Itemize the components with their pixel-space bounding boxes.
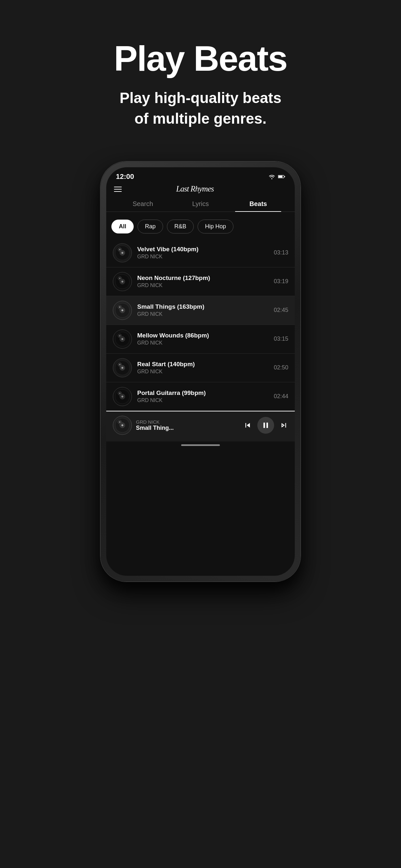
track-artist: GRD NICK <box>137 340 269 346</box>
svg-point-21 <box>119 306 120 308</box>
svg-point-39 <box>119 393 120 394</box>
tab-search[interactable]: Search <box>114 197 172 212</box>
now-playing-bar: GRD NICK Small Thing... <box>106 411 295 441</box>
track-duration: 03:19 <box>274 278 288 285</box>
time-display: 12:00 <box>116 173 134 181</box>
battery-icon <box>278 175 285 179</box>
svg-point-13 <box>121 281 123 283</box>
track-artist: GRD NICK <box>137 254 269 259</box>
track-artist: GRD NICK <box>137 311 269 317</box>
tabs-nav: Search Lyrics Beats <box>106 197 295 212</box>
app-logo: Last Rhymes <box>175 182 226 197</box>
track-list: Velvet Vibe (140bpm) GRD NICK 03:13 <box>106 239 295 411</box>
track-info: Neon Nocturne (127bpm) GRD NICK <box>137 275 269 288</box>
vinyl-art <box>113 272 132 291</box>
track-duration: 03:15 <box>274 336 288 342</box>
svg-rect-1 <box>278 176 282 178</box>
wifi-icon <box>268 174 275 179</box>
track-duration: 02:45 <box>274 307 288 314</box>
svg-point-45 <box>119 422 120 423</box>
next-button[interactable] <box>279 421 288 430</box>
status-bar: 12:00 <box>106 167 295 183</box>
svg-point-7 <box>121 252 123 254</box>
home-indicator <box>106 441 295 449</box>
status-icons <box>268 174 285 179</box>
page-subtitle: Play high-quality beats of multiple genr… <box>114 88 287 129</box>
genre-chip-hiphop[interactable]: Hip Hop <box>197 220 234 234</box>
track-info: Small Things (163bpm) GRD NICK <box>137 303 269 317</box>
svg-point-9 <box>119 249 120 250</box>
track-info: Velvet Vibe (140bpm) GRD NICK <box>137 246 269 259</box>
svg-rect-2 <box>284 176 285 177</box>
svg-point-43 <box>121 424 123 426</box>
now-playing-info: GRD NICK Small Thing... <box>136 419 239 431</box>
svg-text:Last Rhymes: Last Rhymes <box>176 184 214 193</box>
tab-lyrics[interactable]: Lyrics <box>172 197 229 212</box>
svg-point-19 <box>121 309 123 311</box>
list-item[interactable]: Small Things (163bpm) GRD NICK 02:45 <box>106 296 295 325</box>
track-artist: GRD NICK <box>137 283 269 288</box>
now-playing-title: Small Thing... <box>136 425 239 431</box>
svg-point-27 <box>119 335 120 337</box>
track-name: Portal Guitarra (99bpm) <box>137 390 269 397</box>
genre-chip-all[interactable]: All <box>112 220 134 234</box>
page-title: Play Beats <box>114 39 287 78</box>
list-item[interactable]: Real Start (140bpm) GRD NICK 02:50 <box>106 353 295 382</box>
track-name: Mellow Wounds (86bpm) <box>137 332 269 339</box>
list-item[interactable]: Portal Guitarra (99bpm) GRD NICK 02:44 <box>106 382 295 411</box>
list-item[interactable]: Neon Nocturne (127bpm) GRD NICK 03:19 <box>106 268 295 296</box>
svg-point-33 <box>119 364 120 365</box>
track-artist: GRD NICK <box>137 398 269 403</box>
phone-frame: 12:00 <box>100 161 301 582</box>
svg-point-31 <box>121 367 123 369</box>
track-name: Small Things (163bpm) <box>137 303 269 310</box>
vinyl-art <box>113 387 132 406</box>
prev-button[interactable] <box>243 421 252 430</box>
list-item[interactable]: Velvet Vibe (140bpm) GRD NICK 03:13 <box>106 239 295 268</box>
phone-mockup: 12:00 <box>100 161 301 582</box>
track-name: Real Start (140bpm) <box>137 361 269 368</box>
track-duration: 02:44 <box>274 393 288 400</box>
list-item[interactable]: Mellow Wounds (86bpm) GRD NICK 03:15 <box>106 325 295 353</box>
track-info: Mellow Wounds (86bpm) GRD NICK <box>137 332 269 346</box>
vinyl-art <box>113 358 132 377</box>
vinyl-art <box>113 301 132 320</box>
track-name: Velvet Vibe (140bpm) <box>137 246 269 253</box>
tab-beats[interactable]: Beats <box>229 197 287 212</box>
track-artist: GRD NICK <box>137 369 269 375</box>
phone-screen: 12:00 <box>106 167 295 576</box>
page-header: Play Beats Play high-quality beats of mu… <box>114 0 287 149</box>
player-controls <box>243 417 288 434</box>
track-duration: 03:13 <box>274 249 288 256</box>
now-playing-artist: GRD NICK <box>136 419 239 425</box>
genre-chip-rap[interactable]: Rap <box>137 220 163 234</box>
home-bar <box>181 444 220 446</box>
vinyl-art <box>113 330 132 349</box>
track-name: Neon Nocturne (127bpm) <box>137 275 269 282</box>
track-duration: 02:50 <box>274 364 288 371</box>
svg-point-25 <box>121 338 123 340</box>
menu-button[interactable] <box>114 187 122 192</box>
genre-filters: All Rap R&B Hip Hop <box>106 217 295 239</box>
vinyl-art <box>113 243 132 262</box>
track-info: Portal Guitarra (99bpm) GRD NICK <box>137 390 269 403</box>
track-info: Real Start (140bpm) GRD NICK <box>137 361 269 375</box>
genre-chip-rnb[interactable]: R&B <box>167 220 194 234</box>
app-header: Last Rhymes <box>106 183 295 197</box>
svg-point-15 <box>119 278 120 279</box>
now-playing-art <box>113 415 132 435</box>
pause-button[interactable] <box>257 417 274 434</box>
svg-point-37 <box>121 396 123 398</box>
